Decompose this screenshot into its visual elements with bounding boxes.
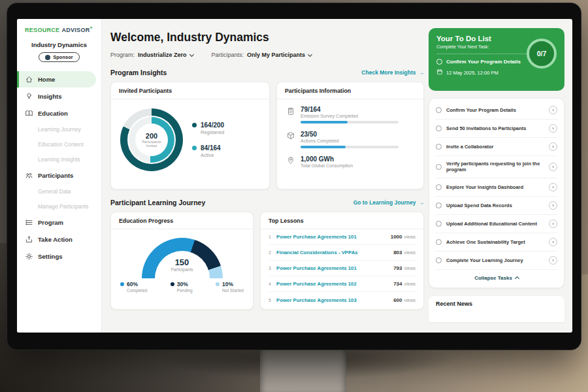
- page-title: Welcome, Industry Dynamics: [110, 31, 424, 44]
- donut-legend: 164/200 Registered 84/164 Active: [192, 122, 224, 158]
- task-row[interactable]: Explore Your Insights Dashboard ›: [436, 178, 557, 197]
- sidebar-item-label: Manage Participants: [38, 203, 89, 210]
- link-label: Go to Learning Journey: [353, 199, 416, 206]
- sidebar-item-program[interactable]: Program: [17, 214, 101, 231]
- chevron-right-icon[interactable]: ›: [549, 256, 557, 265]
- info-value: 1,000 GWh: [301, 155, 353, 163]
- lesson-views-value: 734: [393, 281, 402, 287]
- lesson-title-link[interactable]: Power Purchase Agreements 101: [276, 265, 393, 271]
- task-checkbox[interactable]: [436, 164, 442, 170]
- program-insights-cards: Invited Participants 200 Participants In…: [110, 82, 424, 189]
- task-label: Achieve One Sustainability Target: [446, 239, 544, 245]
- task-row[interactable]: Achieve One Sustainability Target ›: [436, 233, 557, 252]
- lesson-views-label: views: [404, 266, 416, 270]
- sidebar-item-home[interactable]: Home: [17, 71, 96, 88]
- task-checkbox[interactable]: [436, 239, 442, 245]
- progress-bar: [301, 146, 399, 148]
- task-row[interactable]: Send 50 Invitations to Participants ›: [436, 120, 557, 138]
- sidebar-item-participants[interactable]: Participants: [17, 167, 101, 184]
- chevron-right-icon[interactable]: ›: [549, 142, 557, 151]
- task-checkbox[interactable]: [436, 144, 442, 150]
- sidebar-item-label: Learning Journey: [38, 126, 81, 133]
- task-row[interactable]: Complete Your Learning Journey ›: [436, 252, 557, 270]
- task-row[interactable]: Upload Spend Data Records ›: [436, 197, 557, 215]
- lesson-row[interactable]: 5 Power Purchase Agreements 103 600 view…: [269, 292, 416, 308]
- sidebar-item-insights[interactable]: Insights: [17, 88, 101, 105]
- section-title-learning-journey: Participant Learning Journey: [110, 199, 205, 206]
- gauge-center-value: 150: [111, 257, 253, 267]
- chevron-right-icon[interactable]: ›: [549, 106, 557, 114]
- collapse-tasks-button[interactable]: Collapse Tasks: [436, 270, 557, 285]
- legend-label: Completed: [127, 288, 147, 293]
- legend-label: Pending: [177, 288, 193, 293]
- sidebar-item-manage-participants[interactable]: Manage Participants: [17, 199, 101, 214]
- home-icon: [25, 75, 33, 84]
- lesson-row[interactable]: 3 Power Purchase Agreements 101 793 view…: [269, 261, 416, 276]
- sidebar-item-learning-insights[interactable]: Learning Insights: [17, 152, 101, 167]
- task-checkbox[interactable]: [436, 257, 442, 263]
- sponsor-badge[interactable]: Sponsor: [39, 52, 79, 62]
- todo-next-task[interactable]: Confirm Your Program Details: [436, 54, 528, 65]
- check-more-insights-link[interactable]: Check More Insights →: [361, 69, 424, 76]
- chevron-right-icon[interactable]: ›: [549, 201, 557, 210]
- progress-bar: [301, 121, 399, 123]
- sidebar-item-education-content[interactable]: Education Content: [17, 137, 101, 152]
- brand-word-resource: RESOURCE: [25, 27, 59, 33]
- lesson-title-link[interactable]: Power Purchase Agreements 102: [276, 281, 393, 287]
- lesson-title-link[interactable]: Financial Considerations - VPPAs: [276, 250, 393, 255]
- card-title: Top Lessons: [261, 212, 423, 229]
- task-label: Explore Your Insights Dashboard: [446, 184, 544, 190]
- sidebar-item-education[interactable]: Education: [17, 105, 101, 122]
- info-value: 23/50: [301, 131, 399, 138]
- go-to-learning-journey-link[interactable]: Go to Learning Journey →: [353, 199, 424, 206]
- task-row[interactable]: Upload Additional Educational Content ›: [436, 215, 557, 233]
- lesson-rank: 4: [269, 282, 276, 286]
- lesson-row[interactable]: 1 Power Purchase Agreements 101 1000 vie…: [269, 229, 416, 245]
- sidebar-item-general-data[interactable]: General Data: [17, 184, 101, 199]
- task-checkbox[interactable]: [436, 107, 442, 113]
- monitor-bezel: RESOURCEADVISOR+ Industry Dynamics Spons…: [7, 3, 581, 350]
- task-row[interactable]: Verify participants requesting to join t…: [436, 156, 557, 178]
- task-row[interactable]: Invite a Collaborator ›: [436, 138, 557, 156]
- info-row-emission-survey: 79/164 Emission Survey Completed: [286, 106, 414, 123]
- task-checkbox[interactable]: [436, 59, 442, 65]
- lesson-title-link[interactable]: Power Purchase Agreements 103: [276, 297, 393, 303]
- participants-filter-dropdown[interactable]: Participants: Only My Participants: [212, 52, 312, 58]
- info-row-actions: 23/50 Actions Completed: [286, 131, 414, 148]
- section-title-program-insights: Program Insights: [110, 69, 167, 76]
- donut-gap: 200 Participants Invited: [127, 116, 176, 164]
- survey-icon: [286, 106, 295, 116]
- chevron-right-icon[interactable]: ›: [549, 163, 557, 171]
- task-row[interactable]: Confirm Your Program Details ›: [436, 101, 557, 120]
- sidebar-item-settings[interactable]: Settings: [17, 248, 101, 265]
- sidebar-item-take-action[interactable]: Take Action: [17, 231, 101, 248]
- sidebar-item-label: Insights: [38, 93, 61, 100]
- task-checkbox[interactable]: [436, 125, 442, 131]
- lesson-row[interactable]: 2 Financial Considerations - VPPAs 803 v…: [269, 245, 416, 261]
- scene: RESOURCEADVISOR+ Industry Dynamics Spons…: [0, 0, 588, 392]
- sidebar-item-label: Take Action: [38, 236, 73, 243]
- chevron-right-icon[interactable]: ›: [549, 183, 557, 191]
- lesson-views-label: views: [404, 235, 416, 239]
- legend-value: 164/200: [201, 122, 224, 129]
- sidebar-item-label: Education Content: [38, 141, 84, 148]
- lesson-rank: 5: [269, 298, 276, 302]
- chevron-right-icon[interactable]: ›: [549, 238, 557, 246]
- chevron-right-icon[interactable]: ›: [549, 124, 557, 133]
- task-checkbox[interactable]: [436, 184, 442, 190]
- legend-item-active: 84/164 Active: [192, 144, 224, 158]
- task-label: Upload Spend Data Records: [446, 203, 544, 208]
- program-filter-dropdown[interactable]: Program: Industrialize Zero: [110, 52, 193, 58]
- lesson-views-value: 1000: [391, 234, 402, 240]
- task-checkbox[interactable]: [436, 221, 442, 227]
- chevron-right-icon[interactable]: ›: [549, 220, 557, 228]
- lightbulb-icon: [25, 92, 33, 101]
- sidebar-item-label: Learning Insights: [38, 156, 80, 163]
- sidebar-item-learning-journey[interactable]: Learning Journey: [17, 122, 101, 137]
- task-checkbox[interactable]: [436, 203, 442, 208]
- participants-filter-label: Participants:: [212, 52, 244, 58]
- program-insights-header: Program Insights Check More Insights →: [110, 69, 424, 76]
- legend-item-pending: 30% Pending: [171, 281, 193, 293]
- lesson-title-link[interactable]: Power Purchase Agreements 101: [276, 234, 391, 240]
- lesson-row[interactable]: 4 Power Purchase Agreements 102 734 view…: [269, 276, 416, 292]
